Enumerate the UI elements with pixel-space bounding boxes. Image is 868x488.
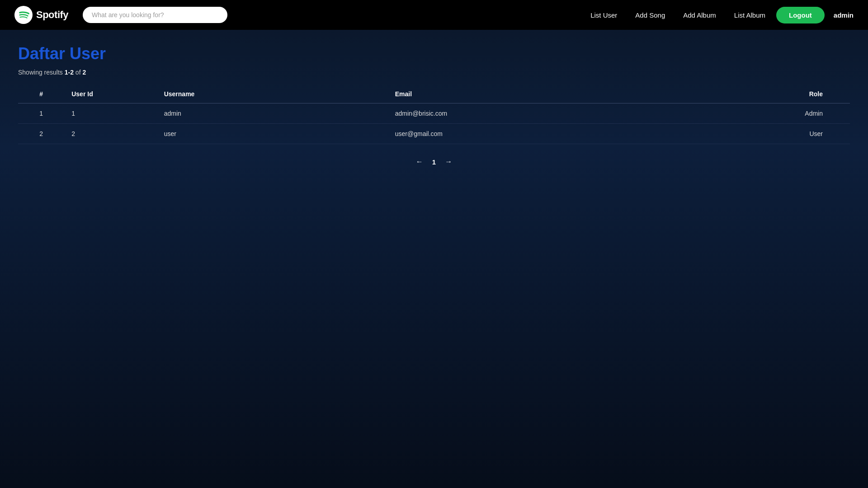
logout-button[interactable]: Logout [776, 7, 825, 23]
spotify-icon [14, 6, 33, 24]
navbar: Spotify List User Add Song Add Album Lis… [0, 0, 868, 30]
pagination-next[interactable]: → [445, 158, 452, 166]
col-header-role: Role [734, 85, 850, 103]
results-of: of [74, 69, 82, 76]
search-bar [83, 7, 227, 23]
user-table: # User Id Username Email Role 1 1 admin … [18, 85, 850, 144]
results-prefix: Showing results [18, 69, 65, 76]
main-content: Daftar User Showing results 1-2 of 2 # U… [0, 30, 868, 180]
col-header-userid: User Id [64, 85, 156, 103]
pagination-current-page: 1 [432, 158, 436, 166]
pagination-prev[interactable]: ← [416, 158, 423, 166]
cell-role: Admin [734, 103, 850, 124]
cell-hash: 1 [18, 103, 64, 124]
search-input[interactable] [83, 7, 227, 23]
table-row: 2 2 user user@gmail.com User [18, 124, 850, 144]
cell-userid: 2 [64, 124, 156, 144]
col-header-username: Username [157, 85, 388, 103]
cell-username: user [157, 124, 388, 144]
nav-links: List User Add Song Add Album List Album [590, 11, 765, 19]
cell-role: User [734, 124, 850, 144]
cell-email: admin@brisic.com [388, 103, 735, 124]
nav-list-album[interactable]: List Album [734, 11, 765, 19]
pagination: ← 1 → [18, 158, 850, 166]
results-total: 2 [82, 69, 86, 76]
page-title: Daftar User [18, 44, 850, 63]
cell-userid: 1 [64, 103, 156, 124]
table-row: 1 1 admin admin@brisic.com Admin [18, 103, 850, 124]
cell-username: admin [157, 103, 388, 124]
col-header-hash: # [18, 85, 64, 103]
nav-add-album[interactable]: Add Album [683, 11, 716, 19]
col-header-email: Email [388, 85, 735, 103]
brand-name: Spotify [36, 9, 68, 21]
results-info: Showing results 1-2 of 2 [18, 69, 850, 76]
brand-logo[interactable]: Spotify [14, 6, 68, 24]
nav-list-user[interactable]: List User [590, 11, 617, 19]
admin-username: admin [834, 11, 854, 19]
cell-email: user@gmail.com [388, 124, 735, 144]
nav-add-song[interactable]: Add Song [635, 11, 665, 19]
table-header-row: # User Id Username Email Role [18, 85, 850, 103]
cell-hash: 2 [18, 124, 64, 144]
results-range: 1-2 [65, 69, 74, 76]
